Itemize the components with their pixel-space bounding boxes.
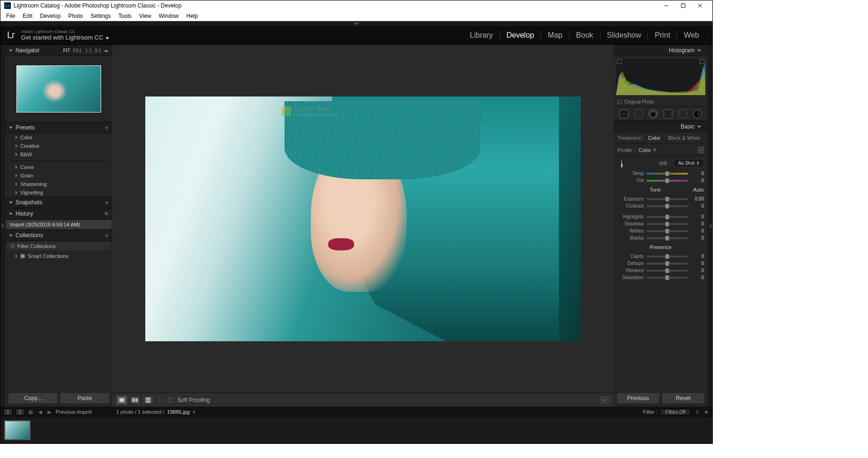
source-label[interactable]: Previous Import	[55, 409, 92, 415]
vibrance-slider[interactable]: Vibrance0	[614, 267, 708, 274]
module-map[interactable]: Map	[541, 31, 569, 40]
graduated-tool[interactable]: ▯	[663, 109, 673, 119]
tint-slider[interactable]: Tint0	[614, 177, 708, 184]
menu-photo[interactable]: Photo	[64, 13, 87, 19]
image-canvas[interactable]: ALL PC WorldFree Apps One Click Away	[112, 45, 614, 393]
header-title[interactable]: Get started with Lightroom CC▸	[21, 34, 110, 41]
previous-button[interactable]: Previous	[616, 393, 660, 404]
module-web[interactable]: Web	[677, 31, 706, 40]
profile-select[interactable]: Color ⇕	[639, 147, 656, 153]
zoom-3to1[interactable]: 3:1	[95, 48, 101, 53]
histogram-header[interactable]: Histogram	[614, 45, 708, 56]
zoom-fill[interactable]: FILL	[73, 48, 82, 53]
filter-lock-icon[interactable]: ■	[703, 409, 710, 415]
filmstrip-thumbnail[interactable]	[4, 420, 31, 440]
redeye-tool[interactable]: ◉	[648, 109, 658, 119]
blacks-slider[interactable]: Blacks0	[614, 234, 708, 241]
preset-sharpening[interactable]: Sharpening	[5, 180, 112, 188]
brush-tool[interactable]: ◐	[693, 109, 702, 119]
menu-tools[interactable]: Tools	[115, 13, 135, 19]
loupe-view-button[interactable]	[116, 395, 127, 405]
eyedropper-icon[interactable]	[616, 158, 627, 169]
right-panel-collapse[interactable]	[708, 45, 712, 407]
menu-help[interactable]: Help	[182, 13, 202, 19]
shadows-slider[interactable]: Shadows0	[614, 220, 708, 227]
maximize-button[interactable]	[675, 0, 692, 11]
clear-history-button[interactable]: ✕	[104, 210, 109, 217]
navigator-header[interactable]: Navigator FIT FILL 1:1 3:1 ◂▸	[5, 45, 112, 56]
contrast-slider[interactable]: Contrast0	[614, 202, 708, 209]
treatment-bw[interactable]: Black & White	[664, 134, 704, 142]
crop-tool[interactable]: ⊡	[619, 109, 629, 119]
toolbar-chevron-icon[interactable]	[599, 395, 610, 405]
menu-settings[interactable]: Settings	[87, 13, 114, 19]
zoom-more-icon[interactable]: ◂▸	[104, 48, 109, 53]
history-header[interactable]: History ✕	[5, 208, 112, 219]
close-button[interactable]	[692, 0, 709, 11]
snapshots-header[interactable]: Snapshots +	[5, 197, 112, 208]
zoom-fit[interactable]: FIT	[63, 48, 70, 53]
original-photo-toggle[interactable]: Original Photo	[614, 97, 708, 107]
menu-edit[interactable]: Edit	[19, 13, 36, 19]
collections-header[interactable]: Collections +	[5, 230, 112, 241]
dehaze-slider[interactable]: Dehaze0	[614, 260, 708, 267]
auto-tone-button[interactable]: Auto	[693, 187, 704, 193]
preset-color[interactable]: Color	[5, 133, 112, 142]
wb-select[interactable]: As Shot ⇕	[674, 159, 704, 167]
before-after-tb-button[interactable]	[142, 395, 154, 405]
radial-tool[interactable]	[678, 109, 687, 119]
basic-header[interactable]: Basic	[614, 121, 708, 132]
filter-dropdown-icon[interactable]: ⇕	[694, 409, 700, 415]
nav-fwd-icon[interactable]: ▶	[46, 409, 53, 415]
menu-view[interactable]: View	[135, 13, 155, 19]
preset-vignetting[interactable]: Vignetting	[5, 188, 112, 197]
filename-label[interactable]: 19885.jpg	[167, 409, 189, 415]
preset-bw[interactable]: B&W	[5, 150, 112, 159]
filter-select[interactable]: Filters Off	[660, 409, 691, 416]
presets-header[interactable]: Presets +	[5, 122, 112, 133]
menu-develop[interactable]: Develop	[36, 13, 64, 19]
module-print[interactable]: Print	[648, 31, 677, 40]
filter-collections-input[interactable]: Filter Collections	[7, 242, 110, 250]
preset-curve[interactable]: Curve	[5, 163, 112, 171]
filename-dropdown-icon[interactable]: ▾	[193, 409, 196, 415]
add-preset-button[interactable]: +	[105, 124, 109, 131]
copy-button[interactable]: Copy...	[8, 393, 58, 404]
history-item[interactable]: Import (3/25/2019 6:59:14 AM)	[6, 220, 111, 229]
profile-browser-icon[interactable]	[698, 147, 704, 153]
histogram-display[interactable]	[615, 58, 706, 96]
before-after-lr-button[interactable]	[129, 395, 141, 405]
add-snapshot-button[interactable]: +	[105, 199, 109, 206]
whites-slider[interactable]: Whites0	[614, 227, 708, 234]
saturation-slider[interactable]: Saturation0	[614, 274, 708, 281]
module-library[interactable]: Library	[463, 31, 500, 40]
smart-collections[interactable]: ▦Smart Collections	[5, 251, 112, 260]
soft-proofing-checkbox[interactable]	[168, 398, 173, 402]
grid-icon[interactable]: ▦	[27, 409, 34, 415]
clarity-slider[interactable]: Clarity0	[614, 253, 708, 260]
reset-button[interactable]: Reset	[662, 393, 705, 404]
temp-slider[interactable]: Temp0	[614, 170, 708, 177]
preset-creative[interactable]: Creative	[5, 142, 112, 150]
monitor-1-button[interactable]: 1	[3, 409, 13, 416]
exposure-slider[interactable]: Exposure0.00	[614, 195, 708, 202]
paste-button[interactable]: Paste	[60, 393, 110, 404]
shadow-clip-icon[interactable]	[617, 59, 622, 64]
treatment-color[interactable]: Color	[644, 134, 664, 142]
navigator-preview[interactable]	[5, 56, 112, 122]
top-collapse-strip[interactable]	[0, 21, 712, 26]
minimize-button[interactable]	[658, 0, 675, 11]
monitor-2-button[interactable]: 2	[16, 409, 25, 416]
highlight-clip-icon[interactable]	[700, 59, 704, 64]
highlights-slider[interactable]: Highlights0	[614, 213, 708, 220]
filmstrip[interactable]	[0, 417, 712, 443]
menu-window[interactable]: Window	[155, 13, 183, 19]
module-book[interactable]: Book	[569, 31, 600, 40]
add-collection-button[interactable]: +	[105, 232, 109, 239]
spot-tool[interactable]	[634, 109, 643, 119]
preset-grain[interactable]: Grain	[5, 171, 112, 180]
menu-file[interactable]: File	[2, 13, 19, 19]
left-panel-collapse[interactable]	[0, 45, 5, 407]
module-develop[interactable]: Develop	[500, 31, 541, 40]
module-slideshow[interactable]: Slideshow	[600, 31, 648, 40]
